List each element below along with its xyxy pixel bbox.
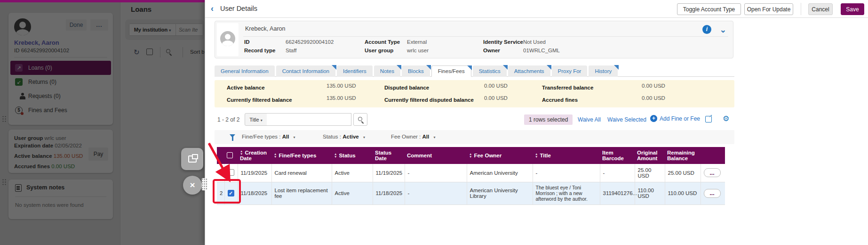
filter-label: Fee Owner : [391,134,421,139]
panel-header: ‹ User Details Toggle Account Type Open … [205,0,868,18]
user-summary-card: Krebeck, Aaron ID 6624529920004102 Recor… [215,21,733,58]
rows-selected-badge: 1 rows selected [524,114,573,125]
save-button[interactable]: Save [841,3,864,15]
field-value: wrlc user [407,48,429,53]
waive-all-link[interactable]: Waive All [578,116,601,123]
back-button[interactable]: ‹ [211,4,214,13]
sort-icon[interactable]: ▲▼ [334,153,337,158]
tab-general-information[interactable]: General Information [215,65,275,77]
list-toolbar: 1 - 2 of 2 Title ▾ 1 rows selected Waive… [215,113,734,126]
balance-value: 0.00 USD [484,95,508,101]
cell-original-amount: 25.00 USD [635,164,665,182]
balance-value: 0.00 USD [642,95,665,101]
gear-icon[interactable]: ⚙ [723,114,729,123]
export-icon[interactable] [705,116,712,122]
user-details-panel: ‹ User Details Toggle Account Type Open … [205,0,868,245]
tab-fines-fees[interactable]: Fines/Fees [431,65,471,77]
col-status[interactable]: ▲▼Status [332,147,373,164]
field-value: Not Used [523,39,546,45]
row-actions-button[interactable]: ... [704,168,721,177]
cell-item-barcode: 3119401276... [600,182,635,204]
balance-label: Currently filtered disputed balance [384,97,474,103]
tab-attachments[interactable]: Attachments [508,65,550,77]
cell-status: Active [332,182,373,204]
tab-history[interactable]: History [589,65,618,77]
page-title: User Details [220,5,257,12]
sort-icon[interactable]: ▲▼ [535,153,538,158]
sort-icon[interactable]: ▲▼ [274,153,277,158]
col-fee-owner[interactable]: ▲▼Fee Owner [467,147,533,164]
cell-fee-owner: American University Library [467,182,533,204]
field-label: Account Type [365,39,400,45]
cell-status-date: 11/18/2025 [373,182,405,204]
col-fine-fee-types[interactable]: ▲▼Fine/Fee types [271,147,332,164]
col-original-amount: Original Amount [635,147,665,164]
add-fine-or-fee-button[interactable]: + Add Fine or Fee [650,115,700,122]
balance-label: Transferred balance [542,85,593,90]
open-for-update-button[interactable]: Open For Update [744,3,793,15]
field-value: Staff [286,48,296,53]
waive-selected-link[interactable]: Waive Selected [607,116,646,123]
filter-status[interactable]: Status : Active ▾ [323,134,365,139]
balance-value: 135.00 USD [326,95,356,101]
cell-status: Active [332,164,373,182]
field-value: 6624529920004102 [286,39,334,45]
filter-label: Fine/Fee types : [242,134,280,139]
add-fine-or-fee-label: Add Fine or Fee [660,115,700,122]
tab-identifiers[interactable]: Identifiers [337,65,373,77]
tab-notes[interactable]: Notes [374,65,400,77]
field-value: External [407,39,427,45]
balance-label: Accrued fines [542,97,578,103]
col-item-barcode: Item Barcode [600,147,635,164]
sort-icon[interactable]: ▲▼ [469,153,472,158]
balance-value: 0.00 USD [642,83,665,89]
caret-down-icon: ▾ [433,135,435,139]
fines-search-input[interactable] [267,113,351,126]
search-button[interactable] [353,113,367,126]
annotation-highlight-box [213,179,241,204]
plus-icon: + [650,115,657,122]
filter-value: Active [342,134,359,139]
filter-fee-owner[interactable]: Fee Owner : All ▾ [391,134,435,139]
table-header-row: ▲▼Creation Date ▲▼Fine/Fee types ▲▼Statu… [217,147,725,164]
cell-comment: - [405,164,467,182]
cell-comment: - [405,182,467,204]
close-overlay-button[interactable]: × [183,176,202,195]
balance-label: Currently filtered balance [227,97,292,103]
cell-fine-fee-type: Lost item replacement fee [271,182,332,204]
filter-bar: Fine/Fee types : All ▾ Status : Active ▾… [215,130,734,144]
expand-window-button[interactable] [181,148,203,170]
modal-backdrop [0,2,205,245]
toggle-account-type-button[interactable]: Toggle Account Type [677,3,741,15]
row-actions-button[interactable]: ... [704,189,721,198]
result-count: 1 - 2 of 2 [217,116,239,123]
cancel-button[interactable]: Cancel [808,3,833,15]
col-title[interactable]: ▲▼Title [533,147,600,164]
filter-funnel-icon[interactable] [230,134,235,138]
filter-value: All [422,134,429,139]
tab-contact-information[interactable]: Contact Information [276,65,335,77]
tab-blocks[interactable]: Blocks [402,65,430,77]
cell-title: The bluest eye / Toni Morrison ; with a … [533,182,600,204]
table-row: 1 11/19/2025 Card renewal Active 11/19/2… [217,164,725,182]
divider [801,3,801,15]
tab-statistics[interactable]: Statistics [473,65,507,77]
cell-remaining-balance-link[interactable]: 25.00 USD [665,164,701,182]
tab-proxy-for[interactable]: Proxy For [552,65,588,77]
search-field-dropdown[interactable]: Title ▾ [245,113,267,126]
col-remaining-balance: Remaining Balance [665,147,701,164]
filter-fine-fee-types[interactable]: Fine/Fee types : All ▾ [242,134,295,139]
caret-down-icon: ▾ [294,135,295,139]
col-comment: Comment [405,147,467,164]
field-label: User group [365,48,393,53]
cell-original-amount: 110.00 USD [635,182,665,204]
chevron-down-icon[interactable]: ⌄ [720,25,726,35]
cell-remaining-balance-link[interactable]: 110.00 USD [665,182,701,204]
search-field-label: Title [249,117,259,122]
cell-item-barcode: - [600,164,635,182]
info-icon[interactable]: i [702,25,711,34]
balance-label: Active balance [227,85,265,90]
caret-down-icon: ▾ [261,118,263,122]
field-label: Identity Service [483,39,523,45]
expand-icon [188,155,197,163]
